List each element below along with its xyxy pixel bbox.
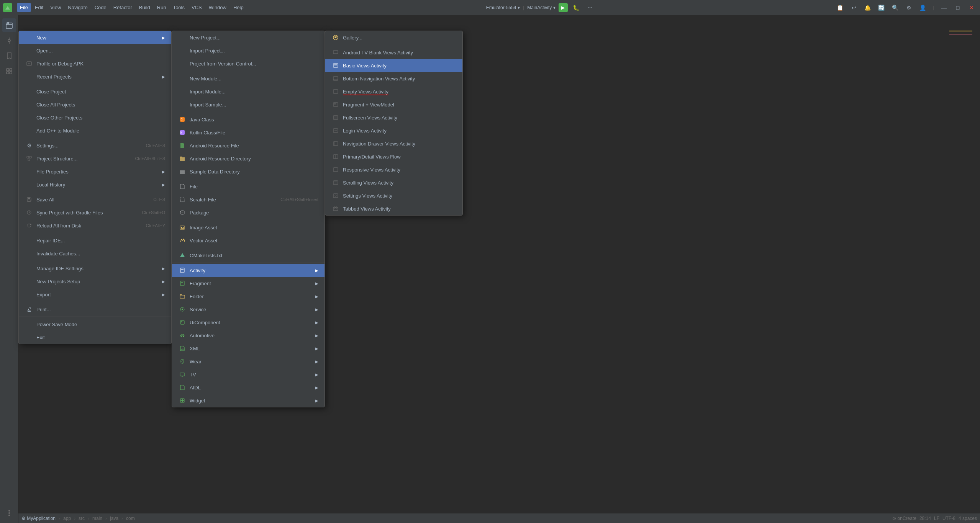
menu-item-new[interactable]: New ▶ [19, 31, 171, 44]
menu-code[interactable]: Code [92, 3, 110, 12]
sync-icon[interactable]: 🔄 [876, 2, 887, 13]
menu-item-power-save[interactable]: Power Save Mode [19, 318, 171, 331]
menu-item-file-properties[interactable]: File Properties ▶ [19, 165, 171, 178]
menu-item-repair-ide[interactable]: Repair IDE... [19, 234, 171, 247]
activity-android-tv-blank[interactable]: Android TV Blank Views Activity [325, 46, 462, 59]
new-submenu-new-module[interactable]: New Module... [172, 72, 324, 85]
menu-item-new-projects-setup[interactable]: New Projects Setup ▶ [19, 275, 171, 288]
new-submenu-image-asset[interactable]: Image Asset [172, 221, 324, 234]
svg-rect-7 [7, 69, 9, 71]
menu-build[interactable]: Build [136, 3, 153, 12]
widget-icon [178, 396, 187, 405]
menu-item-close-other[interactable]: Close Other Projects [19, 111, 171, 124]
new-submenu-kotlin-class[interactable]: K Kotlin Class/File [172, 126, 324, 139]
menu-edit[interactable]: Edit [32, 3, 46, 12]
menu-item-exit[interactable]: Exit [19, 331, 171, 344]
settings-icon[interactable]: ⚙ [904, 2, 914, 13]
svg-point-12 [8, 512, 10, 514]
new-submenu-import-project[interactable]: Import Project... [172, 44, 324, 57]
menu-file[interactable]: File [17, 3, 31, 12]
debug-button[interactable]: 🐛 [571, 2, 582, 13]
new-submenu-android-resource-file[interactable]: Android Resource File [172, 139, 324, 152]
new-submenu-tv[interactable]: TV ▶ [172, 368, 324, 381]
menu-item-local-history[interactable]: Local History ▶ [19, 178, 171, 191]
new-submenu-wear[interactable]: Wear ▶ [172, 355, 324, 368]
activity-scrolling-views[interactable]: Scrolling Views Activity [325, 176, 462, 189]
menu-item-manage-ide[interactable]: Manage IDE Settings ▶ [19, 262, 171, 275]
new-submenu-folder[interactable]: Folder ▶ [172, 290, 324, 303]
new-submenu-activity[interactable]: Activity ▶ [172, 264, 324, 277]
activity-gallery[interactable]: Gallery... [325, 31, 462, 44]
run-button[interactable]: ▶ [559, 3, 568, 12]
menu-tools[interactable]: Tools [170, 3, 188, 12]
activity-responsive-views[interactable]: Responsive Views Activity [325, 163, 462, 176]
menu-item-export[interactable]: Export ▶ [19, 288, 171, 301]
menu-item-save-all[interactable]: Save All Ctrl+S [19, 193, 171, 206]
sidebar-bookmarks-icon[interactable] [2, 49, 16, 63]
new-submenu-fragment[interactable]: Fragment ▶ [172, 277, 324, 290]
activity-login-views[interactable]: Login Views Activity [325, 124, 462, 137]
new-submenu-aidl[interactable]: AIDL ▶ [172, 381, 324, 394]
activity-fullscreen-views[interactable]: Fullscreen Views Activity [325, 111, 462, 124]
sidebar-more-icon[interactable] [2, 506, 16, 520]
menu-item-close-project[interactable]: Close Project [19, 85, 171, 98]
menu-item-settings[interactable]: ⚙ Settings... Ctrl+Alt+S [19, 139, 171, 152]
activity-nav-drawer[interactable]: Navigation Drawer Views Activity [325, 137, 462, 150]
menu-help[interactable]: Help [230, 3, 247, 12]
menu-navigate[interactable]: Navigate [65, 3, 90, 12]
new-submenu-cmake[interactable]: CMakeLists.txt [172, 249, 324, 262]
new-submenu-automotive[interactable]: Automotive ▶ [172, 329, 324, 342]
menu-item-print[interactable]: 🖨 Print... [19, 303, 171, 316]
menu-item-profile-debug[interactable]: Profile or Debug APK [19, 57, 171, 70]
new-submenu-project-vcs[interactable]: Project from Version Control... [172, 57, 324, 70]
tasks-icon[interactable]: 📋 [835, 2, 846, 13]
minimize-button[interactable]: — [939, 2, 949, 13]
maximize-button[interactable]: □ [952, 2, 963, 13]
menu-item-close-all[interactable]: Close All Projects [19, 98, 171, 111]
new-submenu-import-sample[interactable]: Import Sample... [172, 98, 324, 111]
export-arrow: ▶ [162, 293, 165, 297]
activity-tabbed-views[interactable]: Tabbed Views Activity [325, 202, 462, 215]
more-actions-button[interactable]: ⋯ [585, 2, 595, 13]
new-submenu-java-class[interactable]: J Java Class [172, 113, 324, 126]
new-submenu-new-project[interactable]: New Project... [172, 31, 324, 44]
activity-bottom-nav[interactable]: Bottom Navigation Views Activity [325, 72, 462, 85]
new-submenu-file[interactable]: File [172, 180, 324, 193]
activity-basic-views[interactable]: Basic Views Activity [325, 59, 462, 72]
activity-empty-views[interactable]: Empty Views Activity [325, 85, 462, 98]
sidebar-plugins-icon[interactable] [2, 64, 16, 78]
new-submenu-uicomponent[interactable]: UiComponent ▶ [172, 316, 324, 329]
new-submenu-sample-data-dir[interactable]: Sample Data Directory [172, 165, 324, 178]
menu-refactor[interactable]: Refactor [110, 3, 135, 12]
new-submenu-package[interactable]: Package [172, 206, 324, 219]
new-submenu-widget[interactable]: Widget ▶ [172, 394, 324, 407]
sidebar-project-icon[interactable] [2, 18, 16, 32]
menu-vcs[interactable]: VCS [188, 3, 205, 12]
search-icon[interactable]: 🔍 [890, 2, 901, 13]
undo-icon[interactable]: ↩ [849, 2, 859, 13]
menu-item-open[interactable]: Open... [19, 44, 171, 57]
new-submenu-import-module[interactable]: Import Module... [172, 85, 324, 98]
menu-window[interactable]: Window [206, 3, 229, 12]
new-submenu-scratch-file[interactable]: Scratch File Ctrl+Alt+Shift+Insert [172, 193, 324, 206]
activity-primary-detail[interactable]: Primary/Detail Views Flow [325, 150, 462, 163]
sidebar-commit-icon[interactable] [2, 34, 16, 47]
new-submenu-xml[interactable]: xml XML ▶ [172, 342, 324, 355]
status-sep1: › [59, 516, 60, 521]
menu-item-recent-projects[interactable]: Recent Projects ▶ [19, 70, 171, 83]
menu-item-add-cpp[interactable]: Add C++ to Module [19, 124, 171, 137]
new-submenu-vector-asset[interactable]: Vector Asset [172, 234, 324, 247]
activity-fragment-viewmodel[interactable]: Fragment + ViewModel [325, 98, 462, 111]
close-button[interactable]: ✕ [966, 2, 977, 13]
menu-item-project-structure[interactable]: Project Structure... Ctrl+Alt+Shift+S [19, 152, 171, 165]
menu-item-sync-gradle[interactable]: Sync Project with Gradle Files Ctrl+Shif… [19, 206, 171, 219]
menu-view[interactable]: View [47, 3, 64, 12]
account-icon[interactable]: 👤 [918, 2, 928, 13]
menu-item-invalidate-caches[interactable]: Invalidate Caches... [19, 247, 171, 260]
activity-settings-views[interactable]: Settings Views Activity [325, 189, 462, 202]
notifications-icon[interactable]: 🔔 [862, 2, 873, 13]
new-submenu-android-resource-dir[interactable]: Android Resource Directory [172, 152, 324, 165]
menu-run[interactable]: Run [154, 3, 169, 12]
menu-item-reload-disk[interactable]: Reload All from Disk Ctrl+Alt+Y [19, 219, 171, 232]
new-submenu-service[interactable]: Service ▶ [172, 303, 324, 316]
